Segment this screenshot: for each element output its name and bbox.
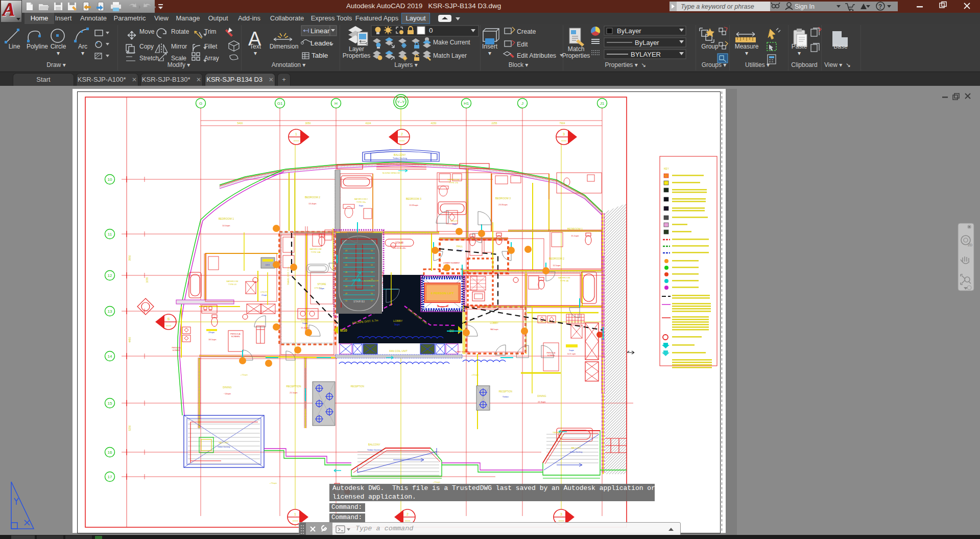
svg-text:Sign In: Sign In <box>795 3 815 10</box>
svg-text:10: 10 <box>108 177 112 182</box>
svg-text:23.35sqm: 23.35sqm <box>498 203 508 206</box>
svg-text:50: 50 <box>345 300 347 302</box>
svg-text:7904: 7904 <box>559 122 565 125</box>
svg-text:G1: G1 <box>277 101 283 106</box>
svg-text:4150: 4150 <box>431 122 436 125</box>
svg-text:BATHROOM: BATHROOM <box>559 276 570 279</box>
svg-text:45: 45 <box>345 264 347 266</box>
svg-text:TIMBER: TIMBER <box>553 431 560 434</box>
svg-text:13: 13 <box>108 309 112 314</box>
svg-text:0: 0 <box>429 27 433 34</box>
svg-text:H1: H1 <box>464 101 469 106</box>
svg-text:57: 57 <box>371 300 373 302</box>
svg-text:BATHROOM 2: BATHROOM 2 <box>354 198 368 200</box>
svg-text:LOBBY SCREEN: LOBBY SCREEN <box>455 351 469 353</box>
svg-text:9sqm: 9sqm <box>359 205 364 207</box>
svg-text:BEDROOM 1: BEDROOM 1 <box>219 217 234 220</box>
svg-text:TRAVEL DIST. 7.5m: TRAVEL DIST. 7.5m <box>287 266 290 285</box>
svg-text:22.3sqm: 22.3sqm <box>538 401 546 403</box>
svg-text:SLIDING DOOR: SLIDING DOOR <box>364 279 378 282</box>
svg-text:LOBBY: LOBBY <box>393 319 403 322</box>
svg-text:1095: 1095 <box>146 277 149 283</box>
svg-text:3050: 3050 <box>305 122 310 125</box>
svg-text:29sqm: 29sqm <box>208 331 215 334</box>
svg-text:BATHROOM: BATHROOM <box>227 280 238 283</box>
svg-text:3950: 3950 <box>128 255 131 261</box>
svg-text:13.35sqm: 13.35sqm <box>409 204 418 206</box>
svg-text:9sqm: 9sqm <box>452 223 457 225</box>
svg-text:+41sqm: +41sqm <box>471 373 479 376</box>
svg-text:2: 2 <box>407 512 409 516</box>
svg-text:18.5sqm: 18.5sqm <box>208 338 217 341</box>
svg-text:56: 56 <box>371 293 373 295</box>
svg-text:53: 53 <box>371 271 373 273</box>
svg-text:SLIDING WINDOW: SLIDING WINDOW <box>383 172 400 174</box>
svg-text:55: 55 <box>371 286 373 288</box>
svg-text:TYPE 18a: TYPE 18a <box>356 201 366 203</box>
svg-text:BATHROOM: BATHROOM <box>448 178 460 181</box>
svg-text:UTILITY: UTILITY <box>260 291 268 293</box>
svg-text:TYPE 17b: TYPE 17b <box>449 181 459 184</box>
svg-text:4450: 4450 <box>128 337 131 342</box>
svg-text:BEDROOM 3: BEDROOM 3 <box>406 197 421 200</box>
svg-text:+15sqm: +15sqm <box>433 481 441 483</box>
svg-text:XXXX: XXXX <box>166 324 172 327</box>
svg-text:SCREEN: SCREEN <box>173 349 180 351</box>
svg-text:BEDROOM 1: BEDROOM 1 <box>567 227 583 230</box>
svg-text:11.5sqm: 11.5sqm <box>553 264 561 267</box>
svg-text:ByLayer: ByLayer <box>617 27 641 35</box>
svg-text:TYPE 03: TYPE 03 <box>228 283 237 286</box>
svg-text:DINING: DINING <box>223 386 232 389</box>
svg-text:51: 51 <box>371 257 373 259</box>
svg-text:14.0sqm: 14.0sqm <box>222 224 230 227</box>
svg-text:S: S <box>168 317 170 321</box>
svg-text:RECEPTION: RECEPTION <box>351 385 364 388</box>
svg-text:BEDROOM 2: BEDROOM 2 <box>549 257 564 260</box>
svg-text:BALCONY: BALCONY <box>368 443 381 446</box>
svg-text:G: G <box>199 101 202 106</box>
svg-text:J: J <box>521 101 523 106</box>
svg-text:14.3 sqm: 14.3 sqm <box>567 353 576 355</box>
svg-text:UTILITY: UTILITY <box>315 287 322 289</box>
svg-text:+72sqm: +72sqm <box>241 373 248 376</box>
svg-text:STAIR: STAIR <box>395 241 403 244</box>
svg-text:Timber Decking: Timber Decking <box>393 157 407 159</box>
svg-text:BYLAYER: BYLAYER <box>631 51 661 58</box>
svg-text:LOBBY: LOBBY <box>301 319 308 321</box>
svg-text:9A.5sqm: 9A.5sqm <box>490 328 498 331</box>
svg-text:RECEPTION: RECEPTION <box>499 390 512 393</box>
svg-text:4104: 4104 <box>365 122 371 125</box>
svg-text:XXXX: XXXX <box>399 139 405 142</box>
svg-text:5sqm: 5sqm <box>302 322 307 324</box>
svg-text:FAN COIL UNIT: FAN COIL UNIT <box>389 349 408 353</box>
svg-text:<20-12-B><B>: <20-12-B><B> <box>393 247 407 249</box>
svg-text:3: 3 <box>560 512 562 516</box>
svg-text:Timber: Timber <box>503 395 509 398</box>
svg-text:21sqm: 21sqm <box>261 294 267 296</box>
svg-text:D3 X: D3 X <box>266 264 270 266</box>
svg-text:Leader: Leader <box>310 39 332 47</box>
svg-text:STORE: STORE <box>317 283 326 286</box>
svg-text:15: 15 <box>108 401 112 406</box>
svg-text:LOBBY: LOBBY <box>490 321 499 324</box>
svg-text:~14sqm: ~14sqm <box>224 392 231 395</box>
svg-text:15.4sqm: 15.4sqm <box>301 326 309 329</box>
svg-text:47: 47 <box>345 278 347 280</box>
svg-text:DINING: DINING <box>537 394 546 397</box>
svg-text:5sqm: 5sqm <box>569 349 574 351</box>
svg-text:XXXX: XXXX <box>561 139 567 142</box>
svg-text:12: 12 <box>108 273 112 278</box>
svg-text:HALL: HALL <box>457 245 463 248</box>
svg-text:BALCONY: BALCONY <box>219 441 228 444</box>
svg-text:SCREEN: SCREEN <box>231 335 240 338</box>
svg-text:5400: 5400 <box>237 122 243 125</box>
svg-text:+72sqm: +72sqm <box>270 482 277 484</box>
svg-text:1: 1 <box>295 132 297 136</box>
svg-text:J1: J1 <box>600 101 605 106</box>
svg-text:46: 46 <box>345 271 347 273</box>
svg-text:STAIR B3: STAIR B3 <box>353 300 365 303</box>
svg-text:1: 1 <box>294 512 296 516</box>
svg-text:Table: Table <box>312 52 328 59</box>
svg-text:XXXX: XXXX <box>294 139 299 142</box>
svg-text:48: 48 <box>345 286 347 288</box>
